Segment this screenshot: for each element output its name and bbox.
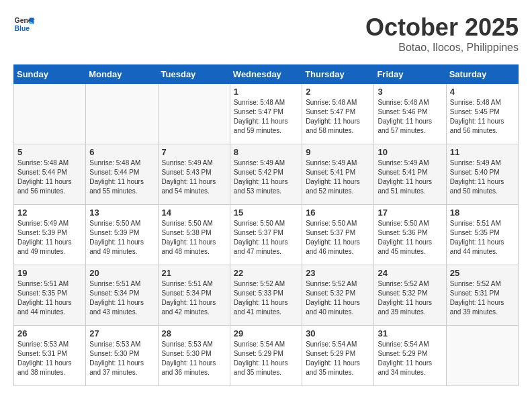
- calendar-cell: 21Sunrise: 5:51 AM Sunset: 5:34 PM Dayli…: [158, 265, 230, 326]
- calendar-week-row: 26Sunrise: 5:53 AM Sunset: 5:31 PM Dayli…: [14, 326, 519, 386]
- day-number: 18: [450, 208, 515, 218]
- cell-info: Sunrise: 5:48 AM Sunset: 5:45 PM Dayligh…: [450, 98, 515, 136]
- cell-info: Sunrise: 5:53 AM Sunset: 5:31 PM Dayligh…: [17, 340, 82, 377]
- calendar-cell: 15Sunrise: 5:50 AM Sunset: 5:37 PM Dayli…: [230, 205, 302, 265]
- day-number: 25: [450, 268, 515, 278]
- logo: General Blue: [13, 13, 35, 35]
- calendar-cell: 5Sunrise: 5:48 AM Sunset: 5:44 PM Daylig…: [14, 144, 86, 205]
- day-number: 26: [17, 328, 82, 338]
- location: Botao, Ilocos, Philippines: [365, 42, 519, 54]
- day-number: 15: [234, 208, 298, 218]
- cell-info: Sunrise: 5:48 AM Sunset: 5:47 PM Dayligh…: [306, 98, 370, 136]
- cell-info: Sunrise: 5:51 AM Sunset: 5:35 PM Dayligh…: [450, 219, 515, 257]
- calendar-cell: 3Sunrise: 5:48 AM Sunset: 5:46 PM Daylig…: [374, 84, 446, 144]
- day-number: 13: [89, 208, 154, 218]
- day-number: 8: [234, 147, 298, 157]
- cell-info: Sunrise: 5:49 AM Sunset: 5:39 PM Dayligh…: [17, 219, 82, 257]
- cell-info: Sunrise: 5:49 AM Sunset: 5:41 PM Dayligh…: [306, 158, 370, 196]
- logo-icon: General Blue: [13, 13, 35, 35]
- day-number: 27: [89, 328, 154, 338]
- day-header-tuesday: Tuesday: [158, 65, 230, 84]
- day-number: 14: [162, 208, 226, 218]
- cell-info: Sunrise: 5:50 AM Sunset: 5:39 PM Dayligh…: [89, 219, 154, 257]
- cell-info: Sunrise: 5:48 AM Sunset: 5:44 PM Dayligh…: [17, 158, 82, 196]
- day-number: 3: [378, 87, 442, 97]
- day-header-thursday: Thursday: [302, 65, 374, 84]
- calendar-cell: 7Sunrise: 5:49 AM Sunset: 5:43 PM Daylig…: [158, 144, 230, 205]
- cell-info: Sunrise: 5:52 AM Sunset: 5:32 PM Dayligh…: [378, 279, 442, 317]
- day-number: 2: [306, 87, 370, 97]
- cell-info: Sunrise: 5:53 AM Sunset: 5:30 PM Dayligh…: [89, 340, 154, 377]
- day-number: 17: [378, 208, 442, 218]
- day-number: 19: [17, 268, 82, 278]
- calendar-table: SundayMondayTuesdayWednesdayThursdayFrid…: [13, 64, 519, 386]
- calendar-cell: 27Sunrise: 5:53 AM Sunset: 5:30 PM Dayli…: [86, 326, 158, 386]
- calendar-cell: 8Sunrise: 5:49 AM Sunset: 5:42 PM Daylig…: [230, 144, 302, 205]
- calendar-cell: 31Sunrise: 5:54 AM Sunset: 5:29 PM Dayli…: [374, 326, 446, 386]
- calendar-cell: 24Sunrise: 5:52 AM Sunset: 5:32 PM Dayli…: [374, 265, 446, 326]
- calendar-cell: 26Sunrise: 5:53 AM Sunset: 5:31 PM Dayli…: [14, 326, 86, 386]
- day-number: 31: [378, 328, 442, 338]
- calendar-cell: 16Sunrise: 5:50 AM Sunset: 5:37 PM Dayli…: [302, 205, 374, 265]
- calendar-cell: 14Sunrise: 5:50 AM Sunset: 5:38 PM Dayli…: [158, 205, 230, 265]
- cell-info: Sunrise: 5:49 AM Sunset: 5:41 PM Dayligh…: [378, 158, 442, 196]
- cell-info: Sunrise: 5:51 AM Sunset: 5:34 PM Dayligh…: [162, 279, 226, 317]
- day-header-sunday: Sunday: [14, 65, 86, 84]
- cell-info: Sunrise: 5:53 AM Sunset: 5:30 PM Dayligh…: [162, 340, 226, 377]
- cell-info: Sunrise: 5:48 AM Sunset: 5:44 PM Dayligh…: [89, 158, 154, 196]
- day-number: 11: [450, 147, 515, 157]
- calendar-cell: 25Sunrise: 5:52 AM Sunset: 5:31 PM Dayli…: [446, 265, 518, 326]
- calendar-cell: 28Sunrise: 5:53 AM Sunset: 5:30 PM Dayli…: [158, 326, 230, 386]
- cell-info: Sunrise: 5:49 AM Sunset: 5:40 PM Dayligh…: [450, 158, 515, 196]
- cell-info: Sunrise: 5:54 AM Sunset: 5:29 PM Dayligh…: [306, 340, 370, 377]
- calendar-cell: 22Sunrise: 5:52 AM Sunset: 5:33 PM Dayli…: [230, 265, 302, 326]
- day-number: 24: [378, 268, 442, 278]
- cell-info: Sunrise: 5:49 AM Sunset: 5:42 PM Dayligh…: [234, 158, 298, 196]
- calendar-cell: 9Sunrise: 5:49 AM Sunset: 5:41 PM Daylig…: [302, 144, 374, 205]
- calendar-cell: [158, 84, 230, 144]
- title-block: October 2025 Botao, Ilocos, Philippines: [365, 13, 519, 54]
- cell-info: Sunrise: 5:54 AM Sunset: 5:29 PM Dayligh…: [378, 340, 442, 377]
- cell-info: Sunrise: 5:52 AM Sunset: 5:31 PM Dayligh…: [450, 279, 515, 317]
- calendar-cell: 12Sunrise: 5:49 AM Sunset: 5:39 PM Dayli…: [14, 205, 86, 265]
- calendar-week-row: 12Sunrise: 5:49 AM Sunset: 5:39 PM Dayli…: [14, 205, 519, 265]
- cell-info: Sunrise: 5:48 AM Sunset: 5:47 PM Dayligh…: [234, 98, 298, 136]
- calendar-cell: 18Sunrise: 5:51 AM Sunset: 5:35 PM Dayli…: [446, 205, 518, 265]
- calendar-week-row: 1Sunrise: 5:48 AM Sunset: 5:47 PM Daylig…: [14, 84, 519, 144]
- day-header-friday: Friday: [374, 65, 446, 84]
- day-number: 7: [162, 147, 226, 157]
- cell-info: Sunrise: 5:50 AM Sunset: 5:37 PM Dayligh…: [306, 219, 370, 257]
- calendar-week-row: 19Sunrise: 5:51 AM Sunset: 5:35 PM Dayli…: [14, 265, 519, 326]
- calendar-cell: 6Sunrise: 5:48 AM Sunset: 5:44 PM Daylig…: [86, 144, 158, 205]
- cell-info: Sunrise: 5:51 AM Sunset: 5:34 PM Dayligh…: [89, 279, 154, 317]
- calendar-week-row: 5Sunrise: 5:48 AM Sunset: 5:44 PM Daylig…: [14, 144, 519, 205]
- day-number: 23: [306, 268, 370, 278]
- day-header-wednesday: Wednesday: [230, 65, 302, 84]
- calendar-cell: 1Sunrise: 5:48 AM Sunset: 5:47 PM Daylig…: [230, 84, 302, 144]
- svg-text:Blue: Blue: [15, 25, 30, 32]
- cell-info: Sunrise: 5:52 AM Sunset: 5:33 PM Dayligh…: [234, 279, 298, 317]
- calendar-header-row: SundayMondayTuesdayWednesdayThursdayFrid…: [14, 65, 519, 84]
- cell-info: Sunrise: 5:50 AM Sunset: 5:38 PM Dayligh…: [162, 219, 226, 257]
- day-number: 5: [17, 147, 82, 157]
- calendar-cell: 23Sunrise: 5:52 AM Sunset: 5:32 PM Dayli…: [302, 265, 374, 326]
- day-number: 10: [378, 147, 442, 157]
- day-number: 1: [234, 87, 298, 97]
- day-number: 16: [306, 208, 370, 218]
- day-number: 22: [234, 268, 298, 278]
- day-number: 21: [162, 268, 226, 278]
- day-number: 28: [162, 328, 226, 338]
- calendar-cell: 30Sunrise: 5:54 AM Sunset: 5:29 PM Dayli…: [302, 326, 374, 386]
- cell-info: Sunrise: 5:51 AM Sunset: 5:35 PM Dayligh…: [17, 279, 82, 317]
- calendar-cell: 13Sunrise: 5:50 AM Sunset: 5:39 PM Dayli…: [86, 205, 158, 265]
- month-title: October 2025: [365, 13, 519, 42]
- day-header-saturday: Saturday: [446, 65, 518, 84]
- day-number: 4: [450, 87, 515, 97]
- calendar-cell: [446, 326, 518, 386]
- day-number: 29: [234, 328, 298, 338]
- page-header: General Blue October 2025 Botao, Ilocos,…: [13, 13, 519, 54]
- day-number: 9: [306, 147, 370, 157]
- calendar-cell: 17Sunrise: 5:50 AM Sunset: 5:36 PM Dayli…: [374, 205, 446, 265]
- calendar-cell: 29Sunrise: 5:54 AM Sunset: 5:29 PM Dayli…: [230, 326, 302, 386]
- cell-info: Sunrise: 5:50 AM Sunset: 5:37 PM Dayligh…: [234, 219, 298, 257]
